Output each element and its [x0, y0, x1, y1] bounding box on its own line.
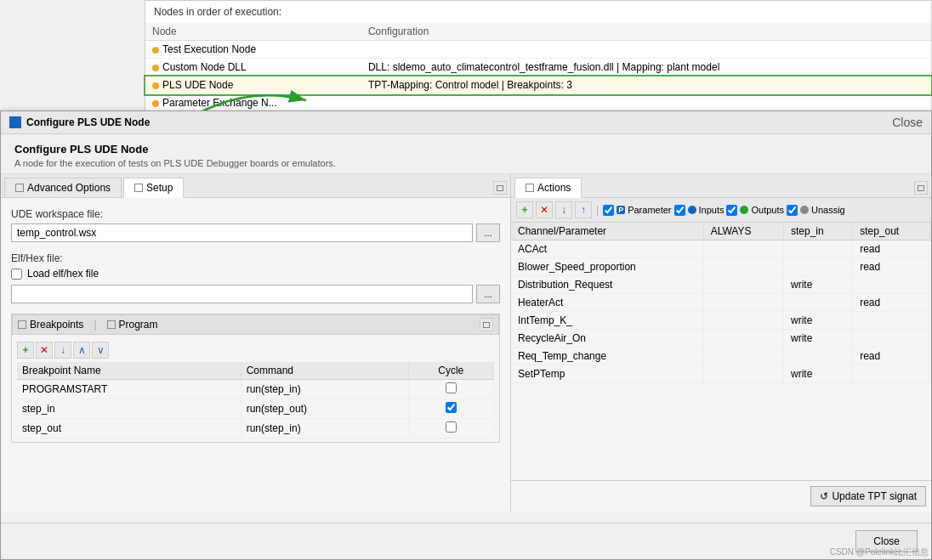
channel-step-out-cell: read — [853, 258, 931, 276]
action-up-btn[interactable]: ↑ — [575, 201, 592, 218]
col-step-in: step_in — [784, 223, 853, 240]
top-panel: Nodes in order of execution: Node Config… — [145, 0, 932, 119]
channel-row[interactable]: SetPTemp write — [511, 365, 931, 383]
channel-row[interactable]: Blower_Speed_proportion read — [511, 258, 931, 276]
channel-always-cell — [703, 312, 783, 330]
bp-remove-btn[interactable]: ✕ — [36, 342, 53, 359]
load-elf-checkbox[interactable] — [11, 269, 22, 280]
browse-elf-btn[interactable]: ... — [476, 285, 500, 303]
dialog-close-btn[interactable]: Close — [892, 116, 923, 129]
update-tpt-btn[interactable]: ↺ Update TPT signat — [810, 486, 926, 506]
channel-name-cell: Blower_Speed_proportion — [511, 258, 703, 276]
channel-always-cell — [703, 258, 783, 276]
node-config-cell — [361, 94, 931, 112]
node-config-cell: TPT-Mapping: Control model | Breakpoints… — [361, 76, 931, 94]
channel-row[interactable]: IntTemp_K_ write — [511, 312, 931, 330]
action-remove-btn[interactable]: ✕ — [536, 201, 553, 218]
channel-table-container[interactable]: Channel/Parameter ALWAYS step_in step_ou… — [511, 223, 931, 480]
channel-row[interactable]: Req_Temp_change read — [511, 348, 931, 365]
channel-name-cell: SetPTemp — [511, 365, 703, 383]
dialog-footer: Close — [1, 523, 931, 559]
ude-workspace-input[interactable] — [11, 223, 473, 242]
tab-icon-setup — [134, 184, 143, 192]
section-header-bp: Breakpoints | Program □ — [12, 314, 499, 335]
action-down-btn[interactable]: ↓ — [555, 201, 572, 218]
channel-row[interactable]: RecycleAir_On write — [511, 330, 931, 348]
tab-setup[interactable]: Setup — [123, 178, 184, 198]
tab-icon-actions — [526, 184, 534, 192]
bp-add-btn[interactable]: + — [17, 342, 34, 359]
channel-always-cell — [703, 365, 783, 383]
bp-section-icon — [18, 320, 26, 329]
bp-sort-btn[interactable]: ∨ — [92, 342, 109, 359]
right-panel: Actions □ + ✕ ↓ ↑ | P Parameter Inputs — [511, 174, 931, 512]
channel-step-in-cell — [784, 294, 853, 312]
bp-cycle-check[interactable] — [446, 402, 457, 413]
bp-row[interactable]: step_out run(step_in) — [17, 419, 494, 438]
channel-row[interactable]: Distribution_Request write — [511, 276, 931, 294]
setup-content: UDE workspace file: ... Elf/Hex file: Lo… — [1, 198, 510, 512]
dialog-title-icon — [9, 116, 21, 128]
channel-always-cell — [703, 276, 783, 294]
filter-inputs-label: Inputs — [699, 205, 725, 215]
elf-file-input[interactable] — [11, 285, 473, 303]
bp-row[interactable]: step_in run(step_out) — [17, 399, 494, 419]
right-panel-collapse-btn[interactable]: □ — [914, 181, 928, 195]
bp-cycle-check[interactable] — [446, 421, 457, 433]
node-row[interactable]: PLS UDE Node TPT-Mapping: Control model … — [145, 76, 931, 94]
channel-name-cell: IntTemp_K_ — [511, 312, 703, 330]
channel-step-out-cell — [853, 312, 931, 330]
channel-name-cell: HeaterAct — [511, 294, 703, 312]
filter-param-check[interactable] — [603, 205, 614, 216]
bp-cycle-cell — [408, 419, 493, 438]
channel-step-in-cell — [784, 348, 853, 365]
dialog-titlebar: Configure PLS UDE Node Close — [1, 111, 931, 134]
filter-unassigned-check[interactable] — [787, 205, 798, 216]
dialog-title: Configure PLS UDE Node — [26, 116, 150, 128]
top-panel-header: Nodes in order of execution: — [145, 1, 931, 23]
left-panel-collapse-btn[interactable]: □ — [493, 181, 507, 195]
bp-section-collapse-btn[interactable]: □ — [480, 318, 493, 331]
col-node: Node — [145, 23, 361, 41]
dialog-heading: Configure PLS UDE Node — [14, 143, 918, 156]
channel-always-cell — [703, 330, 783, 348]
filter-inputs-check[interactable] — [674, 205, 685, 216]
tab-advanced-options[interactable]: Advanced Options — [4, 178, 122, 197]
channel-name-cell: ACAct — [511, 240, 703, 258]
filter-outputs-check[interactable] — [726, 205, 737, 216]
channel-step-in-cell — [784, 240, 853, 258]
channel-name-cell: RecycleAir_On — [511, 330, 703, 348]
channel-row[interactable]: HeaterAct read — [511, 294, 931, 312]
bp-cycle-cell — [408, 380, 493, 399]
node-name-cell: PLS UDE Node — [145, 76, 361, 94]
bp-command-cell: run(step_out) — [241, 399, 408, 419]
node-row[interactable]: Parameter Exchange N... — [145, 94, 931, 112]
bp-up-btn[interactable]: ∧ — [73, 342, 90, 359]
bp-row[interactable]: PROGRAMSTART run(step_in) — [17, 380, 494, 399]
bp-col-command: Command — [241, 362, 408, 380]
breakpoints-label: Breakpoints — [30, 319, 83, 331]
unassigned-icon — [800, 206, 809, 214]
program-label: Program — [119, 319, 158, 331]
tab-icon-advanced — [15, 184, 24, 192]
node-row[interactable]: Test Execution Node — [145, 41, 931, 59]
breakpoints-table: Breakpoint Name Command Cycle PROGRAMSTA… — [17, 362, 494, 438]
bp-col-cycle: Cycle — [408, 362, 493, 380]
bp-name-cell: PROGRAMSTART — [17, 380, 241, 399]
col-step-out: step_out — [853, 223, 931, 240]
bp-col-name: Breakpoint Name — [17, 362, 241, 380]
outputs-icon — [740, 206, 748, 214]
channel-step-out-cell — [853, 365, 931, 383]
channel-row[interactable]: ACAct read — [511, 240, 931, 258]
bp-cycle-check[interactable] — [446, 382, 457, 393]
col-config: Configuration — [361, 23, 931, 41]
bp-down-btn[interactable]: ↓ — [54, 342, 71, 359]
left-tab-bar: Advanced Options Setup □ — [1, 174, 510, 198]
update-btn-label: Update TPT signat — [832, 490, 917, 502]
tab-actions[interactable]: Actions — [514, 178, 582, 198]
bp-command-cell: run(step_in) — [241, 419, 408, 438]
node-row[interactable]: Custom Node DLL DLL: sldemo_auto_climate… — [145, 59, 931, 76]
bp-name-cell: step_out — [17, 419, 241, 438]
browse-workspace-btn[interactable]: ... — [476, 223, 500, 242]
action-add-btn[interactable]: + — [516, 201, 533, 218]
